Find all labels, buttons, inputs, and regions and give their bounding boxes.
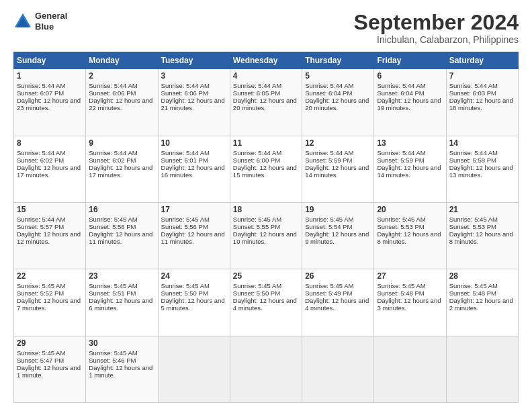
daylight-label: Daylight: 12 hours and 22 minutes. bbox=[89, 97, 152, 111]
day-number: 27 bbox=[377, 271, 443, 281]
sunset-label: Sunset: 6:05 PM bbox=[233, 89, 280, 97]
logo-line1: General bbox=[35, 11, 67, 21]
sunrise-label: Sunrise: 5:45 AM bbox=[449, 282, 498, 289]
daylight-label: Daylight: 12 hours and 6 minutes. bbox=[89, 297, 152, 312]
day-number: 14 bbox=[449, 138, 515, 148]
daylight-label: Daylight: 12 hours and 4 minutes. bbox=[233, 297, 297, 312]
day-number: 26 bbox=[305, 271, 371, 281]
page: General Blue September 2024 Inicbulan, C… bbox=[0, 0, 532, 411]
day-number: 24 bbox=[161, 271, 227, 281]
calendar-cell: 22Sunrise: 5:45 AMSunset: 5:52 PMDayligh… bbox=[14, 269, 86, 336]
sunset-label: Sunset: 5:57 PM bbox=[17, 223, 64, 230]
sunset-label: Sunset: 6:02 PM bbox=[89, 156, 136, 164]
calendar-cell: 8Sunrise: 5:44 AMSunset: 6:02 PMDaylight… bbox=[14, 136, 86, 202]
daylight-label: Daylight: 12 hours and 23 minutes. bbox=[17, 97, 81, 111]
daylight-label: Daylight: 12 hours and 15 minutes. bbox=[233, 164, 297, 179]
daylight-label: Daylight: 12 hours and 14 minutes. bbox=[377, 164, 441, 179]
day-number: 3 bbox=[161, 71, 227, 81]
calendar-cell bbox=[374, 336, 446, 402]
calendar-cell: 30Sunrise: 5:45 AMSunset: 5:46 PMDayligh… bbox=[86, 336, 158, 402]
sunrise-label: Sunrise: 5:44 AM bbox=[449, 82, 498, 89]
day-number: 23 bbox=[89, 271, 154, 281]
sunset-label: Sunset: 5:49 PM bbox=[305, 289, 352, 297]
sunrise-label: Sunrise: 5:44 AM bbox=[17, 216, 65, 223]
logo-line2: Blue bbox=[35, 21, 67, 32]
day-number: 7 bbox=[449, 71, 515, 81]
col-monday: Monday bbox=[86, 52, 158, 69]
calendar-cell: 18Sunrise: 5:45 AMSunset: 5:55 PMDayligh… bbox=[230, 202, 302, 269]
day-number: 11 bbox=[233, 138, 299, 148]
week-row-5: 29Sunrise: 5:45 AMSunset: 5:47 PMDayligh… bbox=[14, 336, 519, 402]
calendar-cell: 6Sunrise: 5:44 AMSunset: 6:04 PMDaylight… bbox=[374, 69, 446, 136]
day-number: 16 bbox=[89, 205, 154, 214]
daylight-label: Daylight: 12 hours and 20 minutes. bbox=[305, 97, 369, 111]
day-number: 19 bbox=[305, 205, 371, 214]
week-row-1: 1Sunrise: 5:44 AMSunset: 6:07 PMDaylight… bbox=[14, 69, 519, 136]
daylight-label: Daylight: 12 hours and 1 minute. bbox=[89, 364, 152, 379]
sunrise-label: Sunrise: 5:44 AM bbox=[161, 82, 210, 89]
day-number: 25 bbox=[233, 271, 299, 281]
sunset-label: Sunset: 6:01 PM bbox=[161, 156, 208, 164]
calendar-cell: 14Sunrise: 5:44 AMSunset: 5:58 PMDayligh… bbox=[446, 136, 518, 202]
calendar-cell: 25Sunrise: 5:45 AMSunset: 5:50 PMDayligh… bbox=[230, 269, 302, 336]
day-number: 2 bbox=[89, 71, 154, 81]
daylight-label: Daylight: 12 hours and 13 minutes. bbox=[449, 164, 513, 179]
calendar-cell: 15Sunrise: 5:44 AMSunset: 5:57 PMDayligh… bbox=[14, 202, 86, 269]
sunrise-label: Sunrise: 5:44 AM bbox=[89, 149, 137, 156]
sunset-label: Sunset: 5:54 PM bbox=[305, 223, 352, 230]
calendar-cell: 19Sunrise: 5:45 AMSunset: 5:54 PMDayligh… bbox=[302, 202, 374, 269]
calendar-cell bbox=[302, 336, 374, 402]
week-row-4: 22Sunrise: 5:45 AMSunset: 5:52 PMDayligh… bbox=[14, 269, 519, 336]
calendar-cell: 2Sunrise: 5:44 AMSunset: 6:06 PMDaylight… bbox=[86, 69, 158, 136]
sunrise-label: Sunrise: 5:44 AM bbox=[305, 149, 353, 156]
sunrise-label: Sunrise: 5:45 AM bbox=[305, 216, 353, 223]
day-number: 22 bbox=[17, 271, 83, 281]
calendar-cell: 7Sunrise: 5:44 AMSunset: 6:03 PMDaylight… bbox=[446, 69, 518, 136]
sunset-label: Sunset: 5:58 PM bbox=[449, 156, 496, 164]
daylight-label: Daylight: 12 hours and 7 minutes. bbox=[17, 297, 81, 312]
sunrise-label: Sunrise: 5:44 AM bbox=[161, 149, 210, 156]
col-sunday: Sunday bbox=[14, 52, 86, 69]
calendar-cell: 11Sunrise: 5:44 AMSunset: 6:00 PMDayligh… bbox=[230, 136, 302, 202]
logo-icon bbox=[13, 12, 32, 31]
sunset-label: Sunset: 6:06 PM bbox=[89, 89, 136, 97]
subtitle: Inicbulan, Calabarzon, Philippines bbox=[354, 34, 519, 45]
calendar-table: Sunday Monday Tuesday Wednesday Thursday… bbox=[13, 52, 519, 403]
daylight-label: Daylight: 12 hours and 19 minutes. bbox=[377, 97, 441, 111]
sunset-label: Sunset: 6:04 PM bbox=[305, 89, 352, 97]
calendar-cell bbox=[230, 336, 302, 402]
sunset-label: Sunset: 5:53 PM bbox=[377, 223, 424, 230]
sunrise-label: Sunrise: 5:45 AM bbox=[233, 282, 281, 289]
calendar-cell: 27Sunrise: 5:45 AMSunset: 5:48 PMDayligh… bbox=[374, 269, 446, 336]
col-friday: Friday bbox=[374, 52, 446, 69]
calendar-cell: 26Sunrise: 5:45 AMSunset: 5:49 PMDayligh… bbox=[302, 269, 374, 336]
sunset-label: Sunset: 5:59 PM bbox=[377, 156, 424, 164]
week-row-2: 8Sunrise: 5:44 AMSunset: 6:02 PMDaylight… bbox=[14, 136, 519, 202]
calendar-cell: 9Sunrise: 5:44 AMSunset: 6:02 PMDaylight… bbox=[86, 136, 158, 202]
sunrise-label: Sunrise: 5:45 AM bbox=[161, 282, 210, 289]
day-number: 1 bbox=[17, 71, 83, 81]
sunset-label: Sunset: 6:07 PM bbox=[17, 89, 64, 97]
daylight-label: Daylight: 12 hours and 8 minutes. bbox=[449, 230, 513, 245]
day-number: 28 bbox=[449, 271, 515, 281]
calendar-cell: 28Sunrise: 5:45 AMSunset: 5:48 PMDayligh… bbox=[446, 269, 518, 336]
day-number: 21 bbox=[449, 205, 515, 214]
daylight-label: Daylight: 12 hours and 14 minutes. bbox=[305, 164, 369, 179]
title-block: September 2024 Inicbulan, Calabarzon, Ph… bbox=[354, 11, 519, 45]
sunrise-label: Sunrise: 5:45 AM bbox=[17, 282, 65, 289]
sunset-label: Sunset: 5:52 PM bbox=[17, 289, 64, 297]
sunrise-label: Sunrise: 5:45 AM bbox=[89, 349, 137, 357]
sunrise-label: Sunrise: 5:45 AM bbox=[161, 216, 210, 223]
sunrise-label: Sunrise: 5:44 AM bbox=[233, 149, 281, 156]
logo: General Blue bbox=[13, 11, 67, 32]
day-number: 9 bbox=[89, 138, 154, 148]
daylight-label: Daylight: 12 hours and 16 minutes. bbox=[161, 164, 225, 179]
calendar-cell: 21Sunrise: 5:45 AMSunset: 5:53 PMDayligh… bbox=[446, 202, 518, 269]
daylight-label: Daylight: 12 hours and 1 minute. bbox=[17, 364, 81, 379]
sunrise-label: Sunrise: 5:45 AM bbox=[89, 216, 137, 223]
sunset-label: Sunset: 5:47 PM bbox=[17, 357, 64, 364]
day-number: 6 bbox=[377, 71, 443, 81]
sunrise-label: Sunrise: 5:45 AM bbox=[305, 282, 353, 289]
daylight-label: Daylight: 12 hours and 17 minutes. bbox=[89, 164, 152, 179]
day-number: 20 bbox=[377, 205, 443, 214]
